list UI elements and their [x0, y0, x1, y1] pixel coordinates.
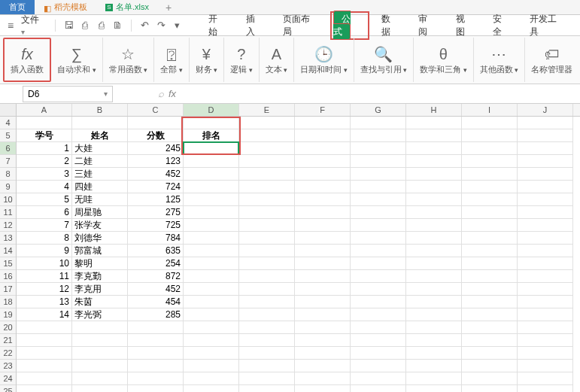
cell-H16[interactable] — [406, 270, 462, 283]
cell-F5[interactable] — [295, 129, 351, 142]
hamburger-icon[interactable]: ≡ — [8, 20, 14, 32]
cell-G6[interactable] — [351, 142, 406, 155]
cell-C19[interactable]: 285 — [128, 308, 184, 321]
row-header-24[interactable]: 24 — [0, 372, 16, 385]
cell-I9[interactable] — [462, 181, 518, 193]
cell-J19[interactable] — [518, 308, 573, 321]
cell-I11[interactable] — [462, 206, 518, 219]
cell-C11[interactable]: 275 — [128, 206, 184, 219]
row-header-20[interactable]: 20 — [0, 321, 16, 334]
cell-H21[interactable] — [406, 334, 462, 347]
cell-A8[interactable]: 3 — [17, 168, 72, 181]
cell-G19[interactable] — [351, 308, 406, 321]
cell-H25[interactable] — [406, 385, 462, 392]
menu-insert[interactable]: 插入 — [238, 11, 271, 41]
cell-C23[interactable] — [128, 360, 184, 372]
cell-H4[interactable] — [406, 117, 462, 129]
cell-B11[interactable]: 周星驰 — [72, 206, 128, 219]
all-functions-button[interactable]: ⍰ 全部 — [154, 38, 190, 82]
formula-bar[interactable]: ⌕ fx — [158, 88, 176, 99]
row-header-23[interactable]: 23 — [0, 360, 16, 372]
cell-A25[interactable] — [17, 385, 72, 392]
cell-H24[interactable] — [406, 372, 462, 385]
cell-A21[interactable] — [17, 334, 72, 347]
cell-H9[interactable] — [406, 181, 462, 193]
cell-F23[interactable] — [295, 360, 351, 372]
cell-G22[interactable] — [351, 347, 406, 360]
cell-I4[interactable] — [462, 117, 518, 129]
cell-H8[interactable] — [406, 168, 462, 181]
cell-G18[interactable] — [351, 296, 406, 308]
cell-B20[interactable] — [72, 321, 128, 334]
cell-C15[interactable]: 254 — [128, 257, 184, 270]
cell-J6[interactable] — [518, 142, 573, 155]
cell-I17[interactable] — [462, 283, 518, 296]
cell-J8[interactable] — [518, 168, 573, 181]
col-header-A[interactable]: A — [17, 104, 72, 116]
cell-C22[interactable] — [128, 347, 184, 360]
cell-J18[interactable] — [518, 296, 573, 308]
cell-A22[interactable] — [17, 347, 72, 360]
row-header-15[interactable]: 15 — [0, 257, 16, 270]
cell-J16[interactable] — [518, 270, 573, 283]
cell-E23[interactable] — [239, 360, 295, 372]
text-button[interactable]: A 文本 — [260, 38, 295, 82]
cell-F10[interactable] — [295, 193, 351, 206]
cell-H6[interactable] — [406, 142, 462, 155]
cell-G20[interactable] — [351, 321, 406, 334]
cell-D9[interactable] — [184, 181, 239, 193]
finance-button[interactable]: ¥ 财务 — [190, 38, 225, 82]
cell-H17[interactable] — [406, 283, 462, 296]
cell-I21[interactable] — [462, 334, 518, 347]
row-header-4[interactable]: 4 — [0, 117, 16, 129]
cell-F8[interactable] — [295, 168, 351, 181]
cell-F15[interactable] — [295, 257, 351, 270]
cell-E11[interactable] — [239, 206, 295, 219]
save-icon[interactable]: 🖫 — [63, 20, 75, 32]
cell-H12[interactable] — [406, 219, 462, 232]
cell-B7[interactable]: 二娃 — [72, 155, 128, 168]
cell-D4[interactable] — [184, 117, 239, 129]
cell-A6[interactable]: 1 — [17, 142, 72, 155]
cell-C5[interactable]: 分数 — [128, 129, 184, 142]
cell-B19[interactable]: 李光弼 — [72, 308, 128, 321]
cell-G23[interactable] — [351, 360, 406, 372]
cell-F20[interactable] — [295, 321, 351, 334]
cell-A15[interactable]: 10 — [17, 257, 72, 270]
cell-G17[interactable] — [351, 283, 406, 296]
cell-J7[interactable] — [518, 155, 573, 168]
cell-D12[interactable] — [184, 219, 239, 232]
cell-I10[interactable] — [462, 193, 518, 206]
redo-icon[interactable]: ↷ — [156, 20, 168, 32]
menu-security[interactable]: 安全 — [485, 11, 518, 41]
undo-icon[interactable]: ↶ — [139, 20, 151, 32]
cell-B14[interactable]: 郭富城 — [72, 245, 128, 257]
cell-B12[interactable]: 张学友 — [72, 219, 128, 232]
cell-G14[interactable] — [351, 245, 406, 257]
cell-F9[interactable] — [295, 181, 351, 193]
menu-review[interactable]: 审阅 — [411, 11, 443, 41]
cell-E10[interactable] — [239, 193, 295, 206]
row-header-5[interactable]: 5 — [0, 129, 16, 142]
cell-J11[interactable] — [518, 206, 573, 219]
cell-D15[interactable] — [184, 257, 239, 270]
col-header-I[interactable]: I — [462, 104, 518, 116]
cell-I24[interactable] — [462, 372, 518, 385]
row-header-19[interactable]: 19 — [0, 308, 16, 321]
cell-J10[interactable] — [518, 193, 573, 206]
cell-H15[interactable] — [406, 257, 462, 270]
cell-D16[interactable] — [184, 270, 239, 283]
row-header-18[interactable]: 18 — [0, 296, 16, 308]
autosum-button[interactable]: ∑ 自动求和 — [51, 38, 103, 82]
select-all-corner[interactable] — [0, 104, 16, 117]
cell-A13[interactable]: 8 — [17, 232, 72, 245]
cell-H14[interactable] — [406, 245, 462, 257]
cell-A4[interactable] — [17, 117, 72, 129]
cell-F25[interactable] — [295, 385, 351, 392]
row-header-25[interactable]: 25 — [0, 385, 16, 392]
cell-I22[interactable] — [462, 347, 518, 360]
cell-E18[interactable] — [239, 296, 295, 308]
cell-E20[interactable] — [239, 321, 295, 334]
cell-B15[interactable]: 黎明 — [72, 257, 128, 270]
cell-I15[interactable] — [462, 257, 518, 270]
